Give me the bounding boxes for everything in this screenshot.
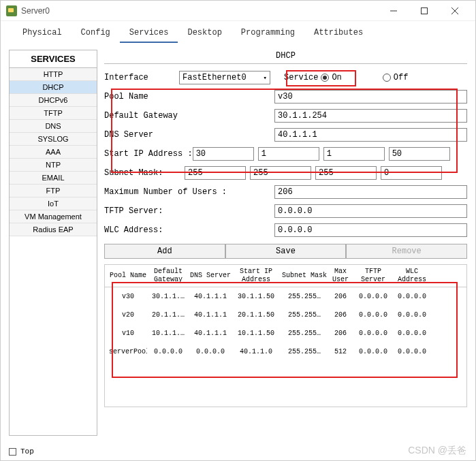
sidebar-header: SERVICES [10, 50, 97, 68]
add-button[interactable]: Add [104, 244, 225, 259]
start-ip-label: Start IP Address : [104, 149, 193, 159]
sidebar-item-syslog[interactable]: SYSLOG [10, 133, 97, 146]
cell-pool: v30 [109, 293, 147, 300]
table-row[interactable]: v2020.1.1.…40.1.1.120.1.1.50255.255…2060… [105, 306, 466, 324]
top-label: Top [20, 447, 34, 456]
cell-tftp: 0.0.0.0 [353, 348, 394, 355]
close-button[interactable] [439, 1, 470, 20]
window-title: Server0 [21, 6, 50, 16]
cell-gw: 10.1.1.… [147, 330, 189, 337]
tab-physical[interactable]: Physical [13, 24, 72, 43]
minimize-button[interactable] [378, 1, 409, 20]
tab-attributes[interactable]: Attributes [304, 24, 372, 43]
sidebar-item-dhcpv6[interactable]: DHCPv6 [10, 94, 97, 107]
cell-tftp: 0.0.0.0 [353, 330, 394, 337]
sidebar-item-vm[interactable]: VM Management [10, 210, 97, 223]
pool-name-input[interactable] [274, 90, 467, 104]
sidebar-item-ftp[interactable]: FTP [10, 185, 97, 197]
on-label: On [332, 73, 341, 82]
sidebar-item-aaa[interactable]: AAA [10, 146, 97, 159]
service-on-radio[interactable] [321, 74, 329, 82]
pools-table: Pool Name Default Gateway DNS Server Sta… [104, 264, 467, 407]
cell-pool: v20 [109, 311, 147, 319]
cell-gw: 0.0.0.0 [147, 348, 189, 355]
interface-select[interactable]: FastEthernet0 ▾ [179, 71, 270, 84]
cell-mask: 255.255… [281, 293, 328, 300]
tab-services[interactable]: Services [120, 24, 178, 43]
default-gw-input[interactable] [274, 109, 467, 123]
table-row[interactable]: v1010.1.1.…40.1.1.110.1.1.50255.255…2060… [105, 324, 466, 343]
cell-dns: 40.1.1.1 [189, 330, 232, 337]
th-pool: Pool Name [109, 272, 147, 280]
cell-max: 206 [328, 293, 353, 300]
cell-mask: 255.255… [281, 330, 328, 337]
th-wlc: WLC Address [394, 268, 430, 284]
start-ip-o3[interactable] [323, 147, 385, 161]
sidebar-item-email[interactable]: EMAIL [10, 172, 97, 185]
top-checkbox[interactable] [9, 448, 16, 456]
sidebar-item-radius[interactable]: Radius EAP [10, 223, 97, 236]
service-label: Service [284, 73, 318, 82]
sidebar-item-http[interactable]: HTTP [10, 68, 97, 81]
cell-mask: 255.255… [281, 348, 328, 355]
interface-value: FastEthernet0 [183, 73, 247, 82]
service-off-radio[interactable] [383, 74, 391, 82]
cell-start: 10.1.1.50 [232, 330, 281, 337]
subnet-label: Subnet Mask: [104, 168, 185, 178]
cell-max: 206 [328, 311, 353, 319]
table-row[interactable]: serverPool0.0.0.00.0.0.040.1.1.0255.255…… [105, 343, 466, 361]
cell-wlc: 0.0.0.0 [394, 348, 430, 355]
table-row[interactable]: v3030.1.1.…40.1.1.130.1.1.50255.255…2060… [105, 287, 466, 306]
sidebar-item-dns[interactable]: DNS [10, 120, 97, 133]
dns-input[interactable] [274, 128, 467, 142]
max-users-label: Maximum Number of Users : [104, 187, 274, 197]
cell-start: 20.1.1.50 [232, 311, 281, 319]
subnet-o1[interactable] [185, 166, 246, 180]
pool-name-label: Pool Name [104, 92, 274, 101]
off-label: Off [394, 73, 409, 82]
save-button[interactable]: Save [225, 244, 347, 259]
svg-rect-1 [421, 7, 427, 14]
start-ip-o1[interactable] [193, 147, 254, 161]
cell-gw: 30.1.1.… [147, 293, 189, 300]
cell-start: 40.1.1.0 [232, 348, 281, 355]
start-ip-o4[interactable] [389, 147, 450, 161]
th-gw: Default Gateway [147, 268, 189, 284]
subnet-o4[interactable] [381, 166, 442, 180]
cell-max: 206 [328, 330, 353, 337]
interface-label: Interface [104, 73, 179, 82]
sidebar-item-dhcp[interactable]: DHCP [10, 81, 97, 94]
cell-dns: 40.1.1.1 [189, 293, 232, 300]
divider [104, 63, 467, 64]
cell-pool: serverPool [109, 348, 147, 355]
services-sidebar: SERVICES HTTP DHCP DHCPv6 TFTP DNS SYSLO… [9, 50, 97, 436]
wlc-label: WLC Address: [104, 225, 274, 235]
sidebar-item-ntp[interactable]: NTP [10, 159, 97, 172]
th-start: Start IP Address [232, 268, 281, 284]
sidebar-item-iot[interactable]: IoT [10, 197, 97, 210]
cell-mask: 255.255… [281, 311, 328, 319]
cell-start: 30.1.1.50 [232, 293, 281, 300]
wlc-input[interactable] [274, 223, 467, 237]
tab-desktop[interactable]: Desktop [178, 24, 231, 43]
cell-dns: 40.1.1.1 [189, 311, 232, 319]
subnet-o2[interactable] [250, 166, 311, 180]
th-mask: Subnet Mask [281, 272, 328, 280]
table-header: Pool Name Default Gateway DNS Server Sta… [105, 265, 466, 287]
tab-config[interactable]: Config [72, 24, 120, 43]
watermark: CSDN @丢爸 [408, 445, 466, 457]
subnet-o3[interactable] [315, 166, 377, 180]
start-ip-o2[interactable] [258, 147, 319, 161]
max-users-input[interactable] [274, 185, 467, 199]
maximize-button[interactable] [409, 1, 439, 20]
cell-dns: 0.0.0.0 [189, 348, 232, 355]
th-max: Max User [328, 268, 353, 284]
chevron-down-icon: ▾ [264, 74, 267, 82]
th-dns: DNS Server [189, 272, 232, 280]
tftp-input[interactable] [274, 204, 467, 218]
remove-button[interactable]: Remove [346, 244, 467, 259]
cell-tftp: 0.0.0.0 [353, 311, 394, 319]
cell-wlc: 0.0.0.0 [394, 293, 430, 300]
tab-programming[interactable]: Programming [232, 24, 304, 43]
sidebar-item-tftp[interactable]: TFTP [10, 107, 97, 120]
